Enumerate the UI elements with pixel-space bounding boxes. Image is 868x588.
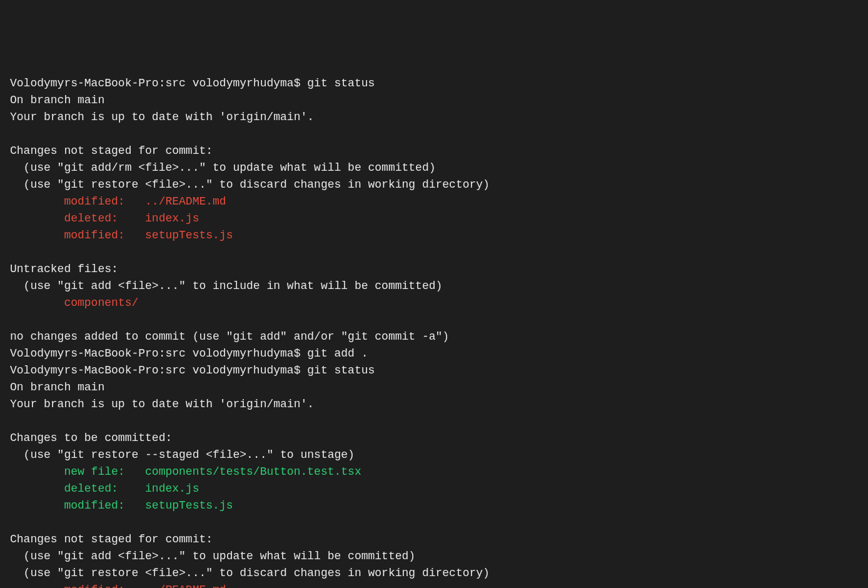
terminal-output[interactable]: Volodymyrs-MacBook-Pro:src volodymyrhudy… [10, 75, 858, 588]
prompt: Volodymyrs-MacBook-Pro:src volodymyrhudy… [10, 77, 307, 89]
branch-status: Your branch is up to date with 'origin/m… [10, 111, 314, 123]
untracked-file: components/ [10, 297, 138, 309]
modified-file: modified: ../README.md [10, 584, 226, 588]
branch-info: On branch main [10, 94, 104, 106]
section-header: Untracked files: [10, 263, 118, 275]
modified-file: modified: setupTests.js [10, 499, 233, 512]
prompt: Volodymyrs-MacBook-Pro:src volodymyrhudy… [10, 364, 307, 377]
new-file: new file: components/tests/Button.test.t… [10, 465, 361, 478]
status-footer: no changes added to commit (use "git add… [10, 330, 449, 343]
section-header: Changes to be committed: [10, 432, 172, 444]
section-header: Changes not staged for commit: [10, 533, 213, 545]
deleted-file: deleted: index.js [10, 212, 199, 225]
hint-text: (use "git add <file>..." to include in w… [10, 280, 442, 292]
hint-text: (use "git restore --staged <file>..." to… [10, 449, 355, 461]
hint-text: (use "git add/rm <file>..." to update wh… [10, 161, 436, 174]
branch-info: On branch main [10, 381, 104, 393]
modified-file: modified: ../README.md [10, 195, 226, 208]
command: git status [307, 77, 375, 89]
hint-text: (use "git restore <file>..." to discard … [10, 178, 490, 191]
section-header: Changes not staged for commit: [10, 144, 213, 157]
prompt: Volodymyrs-MacBook-Pro:src volodymyrhudy… [10, 347, 307, 360]
deleted-file: deleted: index.js [10, 482, 199, 495]
branch-status: Your branch is up to date with 'origin/m… [10, 398, 314, 410]
hint-text: (use "git restore <file>..." to discard … [10, 567, 490, 579]
hint-text: (use "git add <file>..." to update what … [10, 550, 415, 562]
command: git status [307, 364, 375, 377]
command: git add . [307, 347, 368, 360]
modified-file: modified: setupTests.js [10, 229, 233, 241]
